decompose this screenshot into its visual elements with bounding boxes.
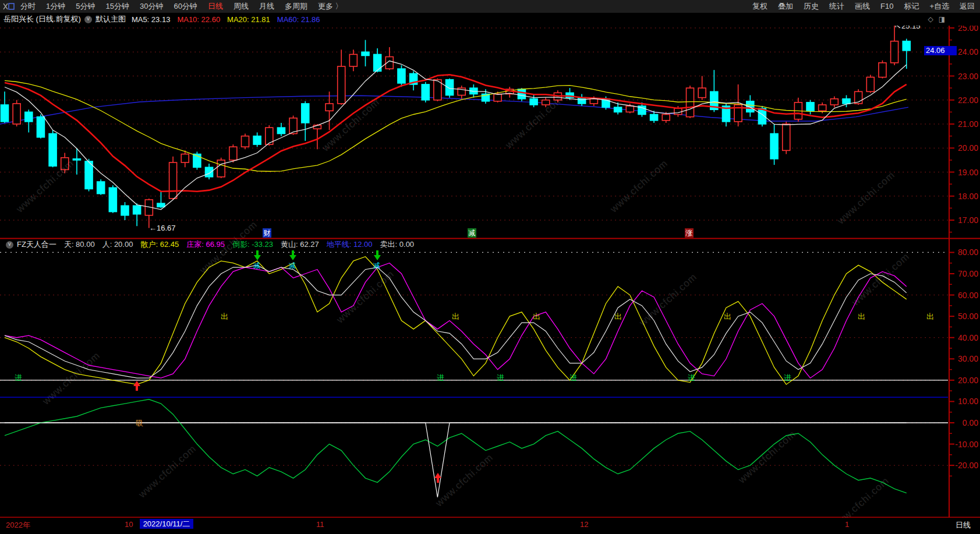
candle-up	[494, 94, 501, 101]
ma-field: MA60: 21.86	[277, 15, 320, 24]
price-axis-label: 20.00	[951, 143, 978, 153]
indicator-axis-label: 70.00	[951, 269, 978, 278]
reduce-arrow-icon	[374, 255, 381, 260]
time-axis: 2022年 102022/10/11/二11121 日线	[0, 518, 980, 534]
reduce-arrow-icon	[256, 250, 259, 255]
buy-arrow-icon	[434, 473, 441, 478]
indicator-field: 卖出: 0.00	[380, 239, 415, 250]
indicator-axis-label: 30.00	[951, 354, 978, 363]
period-tab[interactable]: 日线	[203, 0, 228, 13]
app-icon[interactable]	[2, 2, 15, 11]
indicator-axis-label: -20.00	[951, 461, 978, 470]
candle-up	[13, 104, 20, 124]
exit-signal-label: 出	[452, 312, 459, 322]
candle-down	[302, 104, 309, 123]
reduce-signal-label: 减	[373, 261, 380, 271]
period-tab[interactable]: 5分钟	[70, 0, 100, 13]
indicator-axis-label: 80.00	[951, 247, 978, 257]
candle-up	[830, 99, 838, 105]
candle-up	[783, 124, 790, 150]
period-tab-bar: 分时1分钟5分钟15分钟30分钟60分钟日线周线月线多周期更多 〉 复权叠加历史…	[0, 0, 980, 13]
indicator-name[interactable]: FZ天人合一	[17, 239, 56, 250]
toolbar-button[interactable]: 复权	[747, 0, 773, 13]
indicator-header: ˅ FZ天人合一 天: 80.00人: 20.00散户: 62.45庄家: 66…	[2, 239, 422, 250]
period-tabs: 分时1分钟5分钟15分钟30分钟60分钟日线周线月线多周期更多 〉	[15, 0, 348, 13]
period-tab[interactable]: 15分钟	[100, 0, 134, 13]
candle-down	[37, 117, 44, 137]
enter-signal-label: 进	[497, 373, 504, 383]
candle-down	[73, 159, 80, 160]
price-axis-label: 22.00	[951, 96, 978, 105]
period-tab[interactable]: 更多 〉	[313, 0, 348, 13]
chart-style-label[interactable]: 默认主图	[95, 14, 126, 24]
ma-values: MA5: 23.13MA10: 22.60MA20: 21.81MA60: 21…	[132, 15, 327, 24]
period-tab[interactable]: 多周期	[280, 0, 313, 13]
indicator-axis-label: 20.00	[951, 376, 978, 385]
diamond-icon[interactable]: ◇	[928, 15, 933, 23]
candle-up	[338, 66, 345, 104]
candle-down	[446, 80, 454, 96]
indicator-axis-label: 0.00	[951, 418, 978, 427]
toolbar-button[interactable]: 标记	[898, 0, 924, 13]
price-axis-label: 18.00	[951, 192, 978, 201]
candle-down	[25, 112, 33, 122]
toolbar-button[interactable]: 历史	[798, 0, 824, 13]
indicator-values: 天: 80.00人: 20.00散户: 62.45庄家: 66.95倒影: -3…	[64, 239, 422, 250]
period-tab[interactable]: 分时	[15, 0, 41, 13]
candle-up	[819, 105, 826, 111]
reduce-arrow-icon	[254, 255, 261, 260]
candle-down	[843, 99, 850, 104]
candle-down	[614, 107, 622, 112]
price-axis-label: 19.00	[951, 168, 978, 177]
toolbar-button[interactable]: +自选	[924, 0, 954, 13]
current-price-badge: 24.06	[924, 46, 957, 55]
period-tab[interactable]: 1分钟	[41, 0, 70, 13]
period-tab[interactable]: 30分钟	[135, 0, 168, 13]
candle-up	[229, 147, 237, 160]
candle-down	[1, 105, 9, 122]
divider-marker: 减	[468, 228, 476, 238]
stock-title: 岳阳兴长 (日线.前复权)	[3, 14, 81, 24]
indicator-field: 庄家: 66.95	[186, 239, 225, 250]
reduce-arrow-icon	[292, 250, 294, 255]
buy-arrow-icon	[136, 386, 138, 391]
indicator-field: 人: 20.00	[102, 239, 133, 250]
candle-down	[398, 69, 405, 83]
exit-signal-label: 出	[614, 312, 622, 322]
candle-up	[687, 88, 694, 117]
period-indicator: 日线	[956, 520, 971, 531]
trading-app-window: 分时1分钟5分钟15分钟30分钟60分钟日线周线月线多周期更多 〉 复权叠加历史…	[0, 0, 980, 534]
divider-marker: 财	[263, 228, 271, 238]
chevron-down-circle-icon[interactable]: ˅	[6, 241, 13, 249]
period-tab[interactable]: 月线	[254, 0, 280, 13]
toolbar-button[interactable]: 叠加	[773, 0, 798, 13]
candle-down	[97, 182, 105, 194]
toolbar-button[interactable]: 返回	[954, 0, 980, 13]
indicator-field: 天: 80.00	[64, 239, 95, 250]
period-tab[interactable]: 60分钟	[168, 0, 202, 13]
buy-arrow-icon	[437, 478, 439, 483]
split-window-icon[interactable]: ◨	[939, 15, 945, 23]
period-tab[interactable]: 周线	[228, 0, 254, 13]
candle-up	[326, 104, 333, 111]
toolbar-button[interactable]: F10	[875, 0, 898, 13]
candle-up	[169, 162, 177, 199]
indicator-field: 黄山: 62.27	[281, 239, 319, 250]
price-axis-label: 23.00	[951, 72, 978, 81]
ma60-line	[0, 96, 908, 124]
candle-up	[674, 108, 682, 114]
toolbar-button[interactable]: 画线	[850, 0, 875, 13]
candle-down	[133, 206, 141, 214]
toolbar-button[interactable]: 统计	[824, 0, 850, 13]
indicator-axis-label: -10.00	[951, 440, 978, 449]
candle-up	[626, 106, 634, 112]
candle-down	[578, 98, 586, 104]
reduce-signal-label: 减	[253, 261, 260, 271]
candle-up	[217, 160, 225, 177]
candle-up	[879, 63, 886, 77]
candle-up	[590, 99, 597, 104]
chevron-down-circle-icon[interactable]: ˅	[84, 16, 92, 23]
indicator-field: 倒影: -33.23	[232, 239, 273, 250]
absorb-signal-label: 吸	[136, 418, 143, 429]
candle-up	[349, 54, 357, 66]
